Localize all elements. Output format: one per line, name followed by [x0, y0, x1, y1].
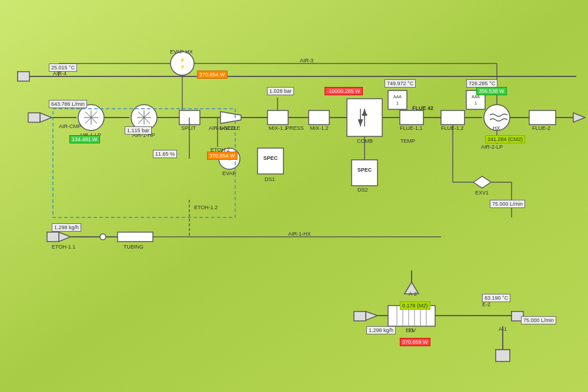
svg-rect-96	[496, 350, 510, 361]
spec-ds1-sublabel: DS1	[265, 176, 275, 182]
svg-text:AAA: AAA	[393, 95, 402, 99]
comb-power-value: -10000.285 W	[325, 87, 363, 95]
flue-temp-value: 749.972 °C	[385, 79, 416, 88]
flue2-label: FLUE-2	[532, 125, 550, 131]
svg-rect-36	[441, 110, 465, 125]
exv-flow-value: 75.000 L/min	[490, 200, 525, 208]
e2-flow-value: 75.000 L/min	[521, 316, 556, 324]
mix-pressure-value: 1.028 bar	[267, 87, 294, 95]
etoh-flow-value: 1.298 kg/h	[52, 223, 81, 232]
air1hp-pressure-value: 1.115 bar	[125, 126, 152, 135]
svg-text:SPEC: SPEC	[263, 155, 278, 161]
ev-area-value: 0.176 (M2)	[400, 301, 430, 310]
svg-text:1: 1	[396, 100, 399, 106]
exv1-label: EXV1	[475, 190, 489, 196]
svg-text:AAA: AAA	[472, 95, 480, 99]
hx-label: HX	[493, 125, 500, 131]
svg-point-74	[100, 234, 106, 240]
spec-ds2-sublabel: DS2	[358, 187, 368, 193]
temp-label: TEMP	[400, 138, 415, 144]
air1hp-power-value: 134.481 W	[69, 135, 100, 143]
air4-label: AIR-4	[53, 71, 66, 76]
mix11-label: MIX-1.1	[269, 125, 288, 131]
svg-rect-25	[268, 110, 288, 125]
air2lp-label: AIR-2-LP	[481, 144, 503, 150]
ev-label: EV	[409, 327, 416, 333]
svg-text:⚡: ⚡	[179, 57, 185, 63]
e2-label: E-2	[482, 301, 490, 307]
air-cmp-flow-value: 643.786 L/min	[49, 100, 87, 108]
flue12-label: FLUE-1.2	[441, 125, 464, 131]
hx-temp-value: 726.285 °C	[466, 79, 497, 88]
svg-rect-97	[388, 91, 407, 109]
e2-temp-value: 83.190 °C	[482, 294, 510, 302]
svg-rect-34	[400, 110, 423, 125]
svg-rect-5	[18, 72, 29, 81]
air2lp-value: 241.284 (CM2)	[485, 135, 525, 143]
svg-rect-2	[0, 0, 588, 392]
nozzle-label: NOZZLE	[219, 125, 240, 131]
air1hx-label: AIR-1-HX	[288, 231, 311, 237]
split-percent-value: 11.65 %	[153, 150, 177, 158]
tubing-label: TUBING	[123, 244, 143, 250]
svg-text:SPEC: SPEC	[358, 167, 372, 173]
hx-power-value: 356.538 W	[476, 87, 507, 95]
press-label: PRESS	[286, 125, 304, 131]
svg-point-43	[171, 52, 194, 75]
svg-rect-71	[47, 232, 59, 242]
split-label: SPLIT	[181, 125, 196, 131]
comb-label: COMB	[357, 138, 373, 144]
a2-label: A-2	[409, 291, 417, 297]
air3-label: AIR-3	[300, 58, 313, 63]
svg-rect-60	[352, 160, 377, 186]
evap-label: EVAP	[222, 170, 236, 176]
evap-power-value: 370.654 W	[207, 152, 238, 160]
etoh12-label: ETOH-1.2	[194, 205, 218, 210]
svg-text:1: 1	[475, 100, 477, 106]
air-cmp-label: AIR-CMP	[59, 123, 81, 129]
flue42-label: FLUE 42	[412, 105, 433, 111]
svg-rect-40	[529, 110, 556, 125]
evaphx-power-value: 370.654 W	[197, 71, 228, 79]
svg-rect-88	[354, 311, 366, 321]
ev-power-value: 370.659 W	[400, 338, 430, 346]
ev-flow-value: 1.298 kg/h	[366, 326, 396, 334]
svg-rect-57	[258, 148, 283, 174]
mix12-label: MIX-1.2	[310, 125, 329, 131]
evaphx-label: EVAP-HX	[170, 49, 193, 55]
flue11-label: FLUE-1.1	[400, 125, 423, 131]
etoh11-label: ETOH-1.1	[52, 244, 75, 250]
svg-rect-27	[309, 110, 329, 125]
svg-rect-7	[28, 113, 40, 122]
a1-label: A-1	[499, 326, 507, 332]
svg-rect-73	[118, 232, 153, 242]
svg-text:⚡: ⚡	[180, 64, 185, 69]
